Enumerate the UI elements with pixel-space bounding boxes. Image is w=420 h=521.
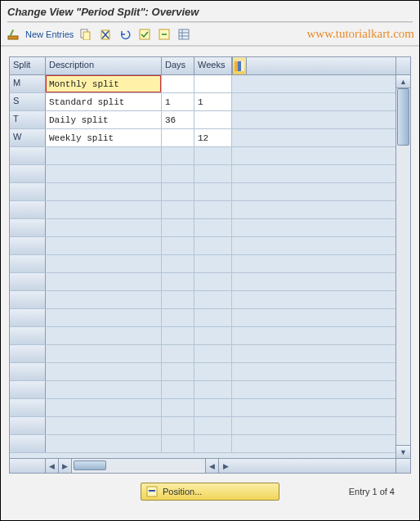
hscroll-right-icon[interactable]: ▶ (59, 459, 72, 473)
vscroll-corner-bottom (396, 458, 410, 473)
copy-icon[interactable] (78, 27, 93, 42)
row-header[interactable]: M (10, 75, 46, 92)
empty-cell (194, 165, 232, 182)
table-body: MSTW (10, 75, 395, 458)
table-row-empty (10, 417, 395, 435)
empty-cell (194, 183, 232, 200)
empty-cell (194, 219, 232, 236)
toolbar: New Entries www.tutorialkart.com (1, 24, 419, 47)
empty-cell (10, 345, 46, 362)
empty-cell (194, 345, 232, 362)
svg-rect-14 (235, 61, 238, 71)
col-header-weeks[interactable]: Weeks (194, 57, 232, 74)
empty-cell (162, 165, 194, 182)
cell-days (162, 93, 194, 110)
empty-cell (10, 399, 46, 416)
hscroll-thumb-left[interactable] (74, 460, 106, 470)
row-header[interactable]: S (10, 93, 46, 110)
empty-cell (194, 237, 232, 254)
empty-cell (46, 183, 162, 200)
empty-cell (162, 399, 194, 416)
vscroll-track[interactable] (396, 88, 410, 445)
select-all-icon[interactable] (137, 27, 152, 42)
empty-cell (46, 147, 162, 164)
row-header[interactable]: W (10, 129, 46, 146)
col-header-description[interactable]: Description (46, 57, 162, 74)
empty-cell (10, 417, 46, 434)
cell-description (46, 111, 162, 128)
cell-input[interactable] (46, 75, 161, 92)
cell-input[interactable] (162, 75, 194, 92)
table-row: S (10, 93, 395, 111)
cell-input[interactable] (194, 93, 231, 110)
cell-weeks (194, 111, 232, 128)
cell-days (162, 111, 194, 128)
empty-cell (162, 417, 194, 434)
cell-input[interactable] (46, 111, 161, 128)
horizontal-scrollbar[interactable]: ◀ ▶ ◀ ▶ (10, 458, 395, 473)
configure-columns-icon[interactable] (232, 57, 247, 74)
empty-cell (194, 363, 232, 380)
empty-cell (46, 273, 162, 290)
cell-input[interactable] (194, 75, 231, 92)
col-header-days[interactable]: Days (162, 57, 194, 74)
table-header-row: Split Description Days Weeks (10, 57, 395, 75)
empty-cell (162, 273, 194, 290)
svg-rect-15 (238, 61, 241, 71)
empty-cell (10, 201, 46, 218)
empty-cell (46, 381, 162, 398)
new-entries-link[interactable]: New Entries (25, 29, 74, 39)
empty-cell (162, 147, 194, 164)
row-header[interactable]: T (10, 111, 46, 128)
empty-cell (162, 327, 194, 344)
empty-cell (10, 309, 46, 326)
vscroll-up-icon[interactable]: ▲ (396, 75, 410, 88)
empty-cell (194, 399, 232, 416)
cell-input[interactable] (194, 129, 231, 146)
empty-cell (46, 219, 162, 236)
hscroll-left-icon[interactable]: ◀ (46, 459, 59, 473)
table-settings-icon[interactable] (176, 27, 191, 42)
hscroll-left2-icon[interactable]: ◀ (206, 459, 219, 473)
empty-cell (46, 363, 162, 380)
deselect-all-icon[interactable] (157, 27, 172, 42)
cell-weeks (194, 75, 232, 92)
empty-cell (46, 237, 162, 254)
empty-cell (10, 255, 46, 272)
cell-input[interactable] (162, 111, 194, 128)
empty-cell (162, 381, 194, 398)
empty-cell (194, 309, 232, 326)
empty-cell (194, 255, 232, 272)
empty-cell (10, 381, 46, 398)
position-button[interactable]: Position... (141, 483, 279, 501)
empty-cell (10, 363, 46, 380)
empty-cell (10, 327, 46, 344)
title-bar: Change View "Period Split": Overview (1, 1, 419, 24)
undo-icon[interactable] (118, 27, 132, 42)
cell-input[interactable] (162, 129, 194, 146)
cell-input[interactable] (46, 129, 161, 146)
cell-input[interactable] (162, 93, 194, 110)
hscroll-right2-icon[interactable]: ▶ (219, 459, 232, 473)
change-icon[interactable] (6, 27, 20, 42)
cell-input[interactable] (46, 93, 161, 110)
empty-cell (194, 435, 232, 452)
footer: Position... Entry 1 of 4 (1, 474, 419, 509)
empty-cell (194, 291, 232, 308)
empty-cell (162, 309, 194, 326)
table-row: M (10, 75, 395, 93)
hscroll-track-left[interactable] (72, 459, 205, 473)
table-main: Split Description Days Weeks MSTW ◀ ▶ (10, 57, 395, 473)
vscroll-down-icon[interactable]: ▼ (396, 445, 410, 458)
delete-icon[interactable] (98, 27, 113, 42)
empty-cell (162, 183, 194, 200)
vertical-scrollbar[interactable]: ▲ ▼ (395, 57, 410, 473)
vscroll-thumb[interactable] (397, 88, 409, 146)
cell-weeks (194, 129, 232, 146)
watermark: www.tutorialkart.com (307, 27, 415, 41)
cell-input[interactable] (194, 111, 231, 128)
table-row-empty (10, 381, 395, 399)
entry-count-label: Entry 1 of 4 (349, 487, 395, 496)
col-header-split[interactable]: Split (10, 57, 46, 74)
svg-rect-3 (83, 32, 90, 40)
